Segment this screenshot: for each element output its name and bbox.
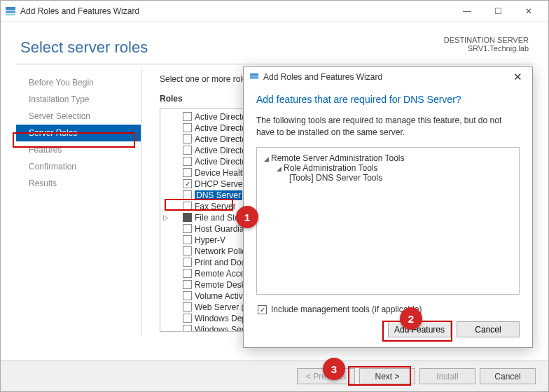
install-button[interactable]: Install: [419, 368, 475, 384]
chevron-right-icon[interactable]: ▷: [163, 214, 170, 221]
checkbox-icon[interactable]: [183, 224, 192, 233]
dialog-close-icon[interactable]: ✕: [509, 71, 527, 83]
checkbox-icon[interactable]: [183, 202, 192, 211]
role-label: Fax Server: [195, 202, 236, 211]
checkbox-icon[interactable]: [183, 269, 192, 278]
features-tree: ◢Remote Server Administration Tools ◢Rol…: [256, 147, 520, 295]
footer: < Previous Next > Install Cancel: [1, 360, 548, 391]
dialog-cancel-button[interactable]: Cancel: [457, 321, 520, 337]
next-button[interactable]: Next >: [359, 368, 415, 384]
sidebar-item-server-selection[interactable]: Server Selection: [16, 108, 141, 125]
add-features-dialog: Add Roles and Features Wizard ✕ Add feat…: [243, 66, 533, 348]
tree-item[interactable]: ◢Remote Server Administration Tools: [264, 153, 512, 163]
checkbox-icon[interactable]: [183, 280, 192, 289]
sidebar-item-confirmation[interactable]: Confirmation: [16, 158, 141, 175]
checkbox-icon[interactable]: [183, 246, 192, 255]
annotation-marker-3: 3: [323, 358, 345, 380]
checkbox-icon[interactable]: [183, 302, 192, 312]
checkbox-icon[interactable]: [183, 168, 192, 177]
checkbox-icon[interactable]: [183, 112, 192, 121]
checkbox-icon[interactable]: [183, 123, 192, 132]
svg-rect-0: [6, 7, 15, 10]
sidebar: Before You Begin Installation Type Serve…: [16, 70, 141, 336]
checkbox-icon[interactable]: [183, 146, 192, 155]
maximize-button[interactable]: ☐: [482, 1, 513, 21]
cancel-button[interactable]: Cancel: [480, 368, 536, 384]
checkbox-icon[interactable]: [183, 213, 192, 222]
checkbox-icon[interactable]: [183, 179, 192, 188]
checkbox-icon[interactable]: [183, 235, 192, 244]
window-controls: — ☐ ✕: [452, 1, 544, 21]
destination-server: DESTINATION SERVER SRV1.Technig.lab: [444, 36, 529, 52]
vertical-divider: [141, 70, 141, 336]
checkbox-icon[interactable]: [183, 325, 192, 332]
svg-rect-4: [250, 76, 258, 78]
svg-rect-3: [250, 74, 258, 76]
include-tools-checkbox[interactable]: Include management tools (if applicable): [258, 304, 520, 314]
dialog-heading: Add features that are required for DNS S…: [256, 94, 520, 105]
role-label: DNS Server: [195, 190, 242, 200]
checkbox-icon[interactable]: [183, 291, 192, 300]
dest-server-name: SRV1.Technig.lab: [444, 44, 529, 52]
annotation-marker-2: 2: [400, 307, 422, 330]
dialog-buttons: Add Features Cancel: [244, 321, 532, 347]
minimize-button[interactable]: —: [452, 1, 482, 21]
dialog-text: The following tools are required to mana…: [256, 115, 520, 139]
server-icon: [249, 73, 259, 81]
tree-item[interactable]: ◢Role Administration Tools: [277, 163, 512, 173]
svg-rect-2: [6, 14, 15, 15]
sidebar-item-server-roles[interactable]: Server Roles: [16, 125, 141, 141]
server-icon: [5, 6, 16, 16]
annotation-marker-1: 1: [236, 206, 258, 228]
window-title: Add Roles and Features Wizard: [20, 6, 139, 16]
wizard-window: Add Roles and Features Wizard — ☐ ✕ Sele…: [0, 0, 549, 392]
checkbox-icon[interactable]: [183, 314, 192, 323]
dialog-title: Add Roles and Features Wizard: [263, 72, 382, 82]
svg-rect-1: [6, 10, 15, 13]
close-button[interactable]: ✕: [513, 1, 544, 21]
sidebar-item-before-you-begin[interactable]: Before You Begin: [16, 74, 141, 91]
dialog-body: Add features that are required for DNS S…: [244, 87, 532, 321]
sidebar-item-results[interactable]: Results: [16, 175, 141, 192]
role-label: Hyper-V: [195, 235, 225, 245]
dest-label: DESTINATION SERVER: [444, 36, 529, 44]
dialog-titlebar: Add Roles and Features Wizard ✕: [244, 67, 532, 87]
sidebar-item-features[interactable]: Features: [16, 141, 141, 158]
titlebar: Add Roles and Features Wizard — ☐ ✕: [1, 1, 548, 22]
sidebar-item-installation-type[interactable]: Installation Type: [16, 91, 141, 108]
checkbox-icon[interactable]: [183, 190, 192, 200]
divider: [16, 64, 533, 64]
checkbox-icon: [258, 305, 267, 314]
include-tools-label: Include management tools (if applicable): [271, 304, 422, 314]
checkbox-icon[interactable]: [183, 157, 192, 166]
tree-item[interactable]: [Tools] DNS Server Tools: [289, 173, 512, 183]
checkbox-icon[interactable]: [183, 134, 192, 144]
checkbox-icon[interactable]: [183, 258, 192, 267]
